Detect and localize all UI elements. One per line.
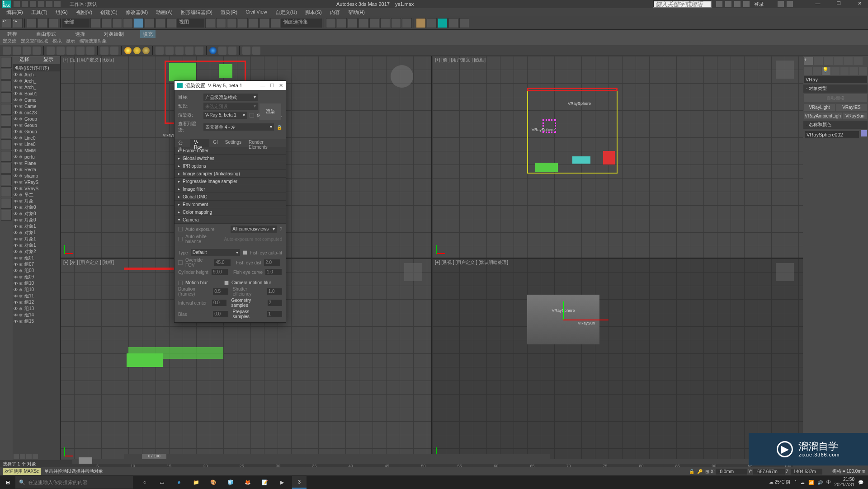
ribbon-area[interactable]: 定义空间区域 [21,38,48,45]
scene-item[interactable]: 👁❄组09 [13,274,60,280]
vp-persp-label[interactable]: [+] [透视 ] [用户定义 ] [默认明暗处理] [435,259,508,266]
scene-item[interactable]: 👁❄组07 [13,261,60,268]
interval-value[interactable]: 0.0 [212,300,227,306]
tray-ime-icon[interactable]: 中 [826,479,831,485]
named-selection[interactable]: 创建选择集 [281,19,322,28]
ribbon-selection[interactable]: 选择 [72,30,88,38]
sphere2-icon[interactable] [142,47,150,54]
scene-item[interactable]: 👁❄Group [13,116,60,122]
hierarchy-tab-icon[interactable] [824,57,833,65]
se-foot-1-icon[interactable] [14,454,19,459]
lr-1-icon[interactable] [1,57,12,68]
lt-8-icon[interactable] [76,47,85,55]
scene-item[interactable]: 👁❄Group [13,122,60,128]
link-icon[interactable] [27,18,37,28]
lt-3-icon[interactable] [23,47,31,55]
viewcube-left[interactable] [404,263,422,281]
menu-views[interactable]: 视图(V) [72,8,96,16]
lt-particle-icon[interactable] [165,47,174,55]
scene-item[interactable]: 👁❄组10 [13,280,60,287]
dialog-minimize[interactable]: — [260,83,265,89]
scene-item[interactable]: 👁❄Recta [13,166,60,173]
sphere-icon[interactable] [133,47,141,54]
ro-imagefilter[interactable]: Image filter [175,185,286,193]
scene-item[interactable]: 👁❄组12 [13,299,60,306]
task-edge-icon[interactable]: e [172,476,186,489]
scene-item[interactable]: 👁❄组15 [13,318,60,324]
menu-edit[interactable]: 编辑(E) [3,8,27,16]
lr-3-icon[interactable] [1,80,12,91]
pivot-icon[interactable] [205,18,215,28]
create-tab-icon[interactable]: + [804,57,813,65]
window-crossing-icon[interactable] [123,18,133,28]
frame-indicator[interactable]: 0 / 100 [142,454,166,459]
percent-snap-icon[interactable] [259,18,269,28]
menu-modifiers[interactable]: 修改器(M) [122,8,152,16]
fisheye-curve-value[interactable]: 1.0 [265,269,282,275]
menu-create[interactable]: 创建(C) [97,8,121,16]
view-lock-icon[interactable]: 🔒 [277,125,282,130]
select-name-icon[interactable] [101,18,111,28]
save-file-check[interactable] [250,113,254,118]
dialog-maximize[interactable]: ☐ [270,83,274,89]
weather-widget[interactable]: ☁ 25°C 阴 [769,479,791,485]
render-online-icon[interactable] [448,18,458,28]
autogrid-check[interactable]: 自动栅格 [804,94,867,102]
align-icon[interactable] [337,18,347,28]
lt-sparkle-icon[interactable] [156,47,164,55]
angle-snap-icon[interactable] [249,18,259,28]
ro-globalswitches[interactable]: Global switches [175,155,286,162]
task-app1-icon[interactable]: 🧊 [223,476,238,489]
lt-ies-icon[interactable] [175,47,184,55]
se-list[interactable]: 👁❄Arch_👁❄Arch_👁❄Arch_👁❄Box01👁❄Came👁❄Came… [13,71,60,453]
lr-14-icon[interactable] [1,210,12,221]
lt-mesh-icon[interactable] [185,47,193,55]
lr-9-icon[interactable] [1,151,12,162]
scene-item[interactable]: 👁❄对象0 [13,217,60,223]
render-gallery-icon[interactable] [459,18,469,28]
lr-11-icon[interactable] [1,174,12,185]
lt-5-icon[interactable] [47,47,55,55]
xyz-icon[interactable]: ⊞ [705,469,709,474]
scene-item[interactable]: 👁❄Line0 [13,135,60,141]
scene-item[interactable]: 👁❄对象0 [13,204,60,211]
help-icon[interactable]: ? [279,227,282,232]
menu-content[interactable]: 内容 [326,8,344,16]
ribbon-flow[interactable]: 定义流 [3,38,16,45]
tray-notification-icon[interactable]: 💬 [858,480,863,485]
ribbon-editsel[interactable]: 编辑选定对象 [80,38,107,45]
scene-item[interactable]: 👁❄组10 [13,287,60,293]
user-icon[interactable] [743,1,750,7]
lt-10-icon[interactable] [100,47,108,55]
lt-11-icon[interactable] [110,47,118,55]
globe-icon[interactable] [209,47,217,54]
scene-item[interactable]: 👁❄VRayS [13,185,60,192]
qat-undo-icon[interactable] [38,1,44,7]
qat-redo-icon[interactable] [46,1,52,7]
layer2-icon[interactable] [359,18,368,28]
infocenter-icon[interactable] [716,1,722,7]
menu-grapheditors[interactable]: 图形编辑器(D) [177,8,216,16]
ref-coord[interactable]: 视图 [177,19,204,28]
modify-tab-icon[interactable] [814,57,823,65]
scene-item[interactable]: 👁❄co423 [13,109,60,116]
tab-settings[interactable]: Settings [222,139,245,147]
auto-wb-check[interactable] [178,237,183,241]
taskbar-search[interactable]: 🔍 在这里输入你要搜索的内容 [15,476,133,489]
menu-tools[interactable]: 工具(T) [28,8,51,16]
tray-chevron-icon[interactable]: ˄ [794,480,797,485]
timeline-slider[interactable] [79,457,92,464]
object-name-input[interactable]: VRaySphere002 [805,131,859,138]
lt-proxy-icon[interactable] [195,47,203,55]
vp-left-label[interactable]: [+] [左 ] [用户定义 ] [线框] [63,259,114,266]
render-button[interactable]: 渲染 [259,103,281,120]
vrayies-button[interactable]: VRayIES [836,104,867,111]
object-type-rollout[interactable]: - 对象类型 [803,85,868,93]
ro-imagesampler[interactable]: Image sampler (Antialiasing) [175,170,286,178]
scene-item[interactable]: 👁❄MMM [13,147,60,154]
geom-icon[interactable] [804,67,812,75]
qat-save-icon[interactable] [30,1,36,7]
close-button[interactable]: ✕ [853,0,866,8]
lt-7-icon[interactable] [66,47,75,55]
render-frame-icon[interactable] [427,18,437,28]
